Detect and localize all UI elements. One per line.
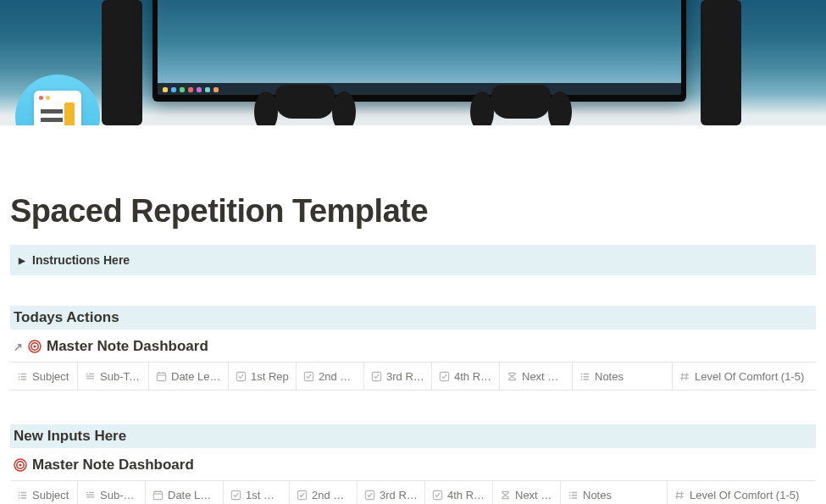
table-column[interactable]: 1st Rep [229,363,297,390]
target-icon [28,340,42,353]
svg-point-2 [33,345,36,347]
column-header[interactable]: Date Learn… [146,481,223,504]
table-column[interactable]: Next Rep [493,481,561,504]
list-icon [579,371,590,382]
column-label: 3rd Rep [380,489,418,501]
check-icon [236,371,247,382]
instructions-toggle[interactable]: ▶ Instructions Here [10,245,816,275]
column-header[interactable]: Notes [573,363,672,390]
column-label: 1st Rep [246,489,282,501]
table-column[interactable]: 2nd Rep [290,481,358,504]
column-header[interactable]: Subject [10,363,77,390]
decor-controller [470,85,572,125]
check-icon [230,490,241,501]
decor-speaker [701,0,741,125]
text-icon [85,371,96,382]
column-label: Next Rep [522,370,565,383]
table-column[interactable]: 3rd Rep [358,481,425,504]
column-header[interactable]: Level Of Comfort (1-5) [668,481,816,504]
toggle-triangle-icon: ▶ [19,256,25,265]
column-header[interactable]: 2nd Rep [290,481,357,504]
decor-controller [254,85,356,125]
table-column[interactable]: 4th Rep [425,481,493,504]
db-title: Master Note Dashboard [32,457,194,474]
check-icon [432,490,443,501]
table-column[interactable]: Next Rep [500,363,573,390]
hash-icon [679,371,690,382]
table-todays[interactable]: SubjectSub-TopicDate Learned1st Rep2nd R… [10,362,816,390]
column-label: 4th Rep [454,370,492,383]
column-header[interactable]: Date Learned [149,363,228,390]
instructions-label: Instructions Here [32,253,130,267]
table-column[interactable]: Date Learn… [146,481,224,504]
date-icon [152,490,164,501]
column-header[interactable]: Sub-Topic [78,363,148,390]
column-label: Date Learned [171,370,221,383]
table-column[interactable]: Date Learned [149,363,229,390]
table-column[interactable]: Level Of Comfort (1-5) [673,363,816,390]
db-title: Master Note Dashboard [47,338,208,355]
column-header[interactable]: 1st Rep [224,481,289,504]
list-icon [17,490,28,501]
page-icon[interactable] [15,75,100,125]
column-header[interactable]: Level Of Comfort (1-5) [673,363,816,390]
table-column[interactable]: 4th Rep [432,363,500,390]
column-label: 1st Rep [251,370,289,383]
table-column[interactable]: 2nd Rep [297,363,364,390]
column-header[interactable]: 4th Rep [432,363,499,390]
sigma-icon [500,490,511,501]
check-icon [303,371,314,382]
column-header[interactable]: 4th Rep [425,481,492,504]
decor-speaker [102,0,142,125]
column-header[interactable]: Sub-To… [78,481,145,504]
linked-database-todays[interactable]: ↗ Master Note Dashboard [10,335,816,362]
database-inputs[interactable]: Master Note Dashboard [10,453,816,480]
page-title[interactable]: Spaced Repetition Template [10,193,816,230]
column-label: Notes [583,489,612,501]
list-icon [568,490,579,501]
sigma-icon [507,371,518,382]
table-column[interactable]: Notes [561,481,668,504]
table-column[interactable]: Notes [573,363,673,390]
target-icon [14,458,27,472]
table-column[interactable]: 3rd Rep [364,363,432,390]
column-label: Sub-To… [100,489,138,501]
column-header[interactable]: Subject [10,481,77,504]
column-header[interactable]: Notes [561,481,667,504]
svg-point-5 [19,463,21,466]
column-label: 2nd Rep [319,370,357,383]
date-icon [156,371,167,382]
table-column[interactable]: Subject [10,481,78,504]
check-icon [364,490,375,501]
text-icon [85,490,96,501]
column-label: Date Learn… [168,489,216,501]
table-column[interactable]: Level Of Comfort (1-5) [668,481,816,504]
column-label: Sub-Topic [100,370,141,383]
section-heading-todays[interactable]: Todays Actions [10,306,816,330]
decor-monitor [152,0,686,102]
column-label: Subject [32,489,69,501]
column-header[interactable]: 3rd Rep [358,481,424,504]
linked-arrow-icon: ↗ [14,341,23,353]
check-icon [297,490,308,501]
column-label: 2nd Rep [312,489,350,501]
column-label: Level Of Comfort (1-5) [695,370,804,383]
column-header[interactable]: 2nd Rep [297,363,363,390]
column-header[interactable]: Next Rep [500,363,572,390]
table-column[interactable]: Sub-Topic [78,363,149,390]
table-column[interactable]: Subject [10,363,78,390]
column-label: 3rd Rep [386,370,424,383]
table-column[interactable]: 1st Rep [224,481,290,504]
table-inputs[interactable]: SubjectSub-To…Date Learn…1st Rep2nd Rep3… [10,480,816,504]
column-header[interactable]: 3rd Rep [364,363,431,390]
column-label: Next Rep [515,489,553,501]
column-label: 4th Rep [447,489,485,501]
hash-icon [674,490,685,501]
column-label: Level Of Comfort (1-5) [690,489,799,501]
cover-image [0,0,826,125]
table-column[interactable]: Sub-To… [78,481,146,504]
column-header[interactable]: Next Rep [493,481,560,504]
column-header[interactable]: 1st Rep [229,363,296,390]
section-heading-inputs[interactable]: New Inputs Here [10,424,816,448]
check-icon [371,371,382,382]
